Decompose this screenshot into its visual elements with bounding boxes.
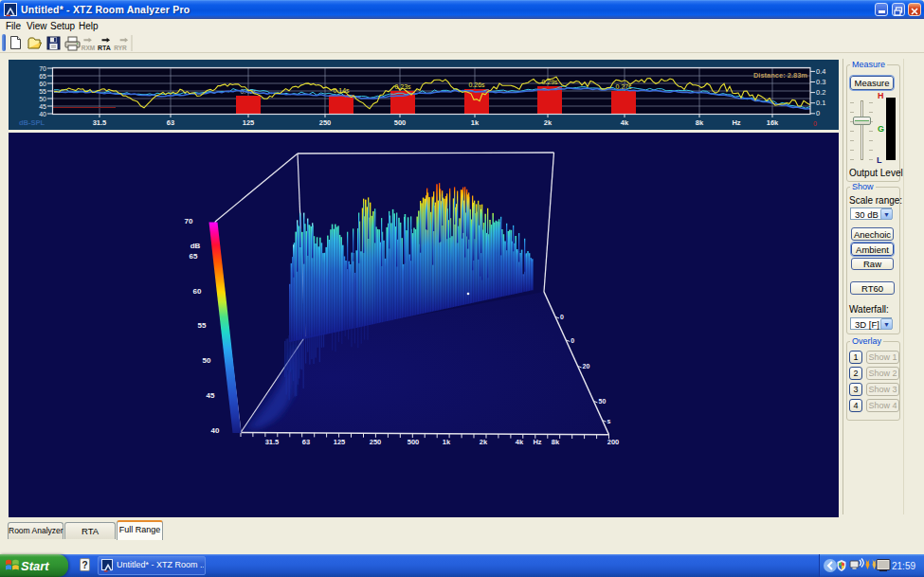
svg-text:1k: 1k [443,438,451,446]
svg-text:125: 125 [334,438,346,446]
svg-text:dB: dB [190,242,201,250]
svg-text:125: 125 [243,118,255,127]
svg-text:0.26s: 0.26s [468,81,485,88]
svg-text:55: 55 [198,321,207,330]
svg-text:250: 250 [370,438,382,446]
svg-text:45: 45 [39,103,46,110]
svg-text:65: 65 [190,252,198,261]
svg-text:Hz: Hz [533,438,541,446]
svg-text:60: 60 [39,81,46,87]
svg-text:40: 40 [39,111,46,117]
svg-text:0: 0 [816,109,820,117]
svg-text:0.3: 0.3 [816,78,825,86]
svg-text:250: 250 [319,118,332,127]
svg-text:0: 0 [560,314,564,320]
svg-text:50: 50 [599,398,607,405]
svg-text:1k: 1k [471,118,480,127]
svg-text:0: 0 [813,120,817,127]
svg-text:RTA: RTA [98,45,111,51]
svg-text:dB-SPL: dB-SPL [19,118,45,127]
svg-text:60: 60 [193,287,202,296]
svg-text:0: 0 [571,337,574,344]
svg-text:2k: 2k [480,438,488,446]
svg-text:Start: Start [21,559,49,573]
svg-text:31.5: 31.5 [93,118,107,127]
svg-text:500: 500 [408,438,420,446]
svg-text:Distance: 2.83m: Distance: 2.83m [753,71,807,80]
svg-text:Hz: Hz [732,118,740,127]
svg-text:55: 55 [39,88,46,95]
svg-text:2k: 2k [544,118,553,127]
svg-text:45: 45 [207,391,215,400]
svg-text:70: 70 [39,65,46,72]
svg-text:0.2: 0.2 [816,88,825,97]
svg-text:s: s [607,418,611,424]
svg-text:50: 50 [203,356,211,365]
svg-text:4k: 4k [621,118,629,127]
svg-text:16k: 16k [767,118,779,127]
svg-text:40: 40 [211,426,220,435]
svg-text:50: 50 [39,96,46,102]
svg-text:4k: 4k [516,438,524,446]
svg-text:8k: 8k [696,118,704,127]
svg-text:0.4: 0.4 [816,67,825,76]
svg-text:0.1: 0.1 [816,99,825,107]
svg-text:63: 63 [302,438,310,446]
svg-text:8k: 8k [552,438,560,446]
svg-text:RXM: RXM [82,45,95,51]
svg-text:63: 63 [167,118,174,127]
svg-text:70: 70 [185,217,193,225]
svg-text:200: 200 [607,438,620,446]
svg-text:500: 500 [394,118,407,127]
svg-text:20: 20 [583,363,590,370]
svg-text:31.5: 31.5 [265,438,280,446]
svg-text:65: 65 [39,73,46,80]
svg-text:RYR: RYR [114,45,127,51]
